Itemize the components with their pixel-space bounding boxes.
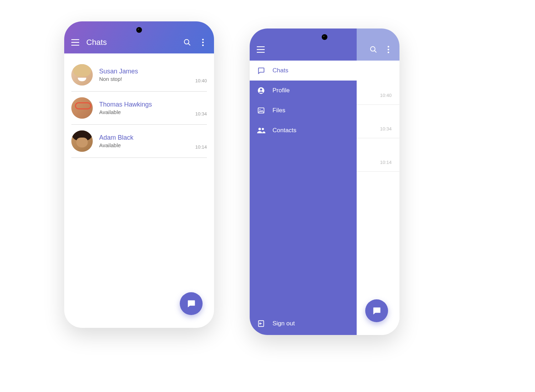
chat-text: Thomas Hawkings Available	[99, 101, 195, 115]
chat-name: Thomas Hawkings	[99, 101, 195, 108]
chat-time: 10:34	[195, 111, 207, 117]
chat-time: 10:14	[195, 144, 207, 150]
drawer-item-label: Chats	[272, 67, 288, 74]
chat-list-item[interactable]: Adam Black Available 10:14	[71, 125, 207, 158]
new-chat-fab[interactable]	[180, 292, 203, 315]
drawer-item-chats[interactable]: Chats	[250, 61, 357, 81]
page-title: Chats	[86, 38, 183, 47]
chat-status: Non stop!	[99, 76, 195, 82]
drawer-item-label: Contacts	[272, 127, 296, 134]
search-button[interactable]	[369, 45, 378, 54]
more-vert-icon	[387, 46, 389, 53]
chat-outline-icon	[257, 67, 265, 74]
more-button[interactable]	[198, 38, 208, 47]
svg-point-7	[388, 52, 389, 53]
app-header: Chats	[64, 21, 214, 53]
menu-icon	[257, 46, 265, 53]
camera-notch	[322, 34, 327, 40]
bg-time: 10:40	[357, 71, 399, 105]
signout-label: Sign out	[272, 320, 295, 327]
phone-screen-drawer: 10:40 10:34 10:14 Chats	[250, 29, 399, 335]
avatar	[71, 130, 93, 152]
signout-icon	[257, 320, 265, 327]
search-icon	[370, 46, 377, 53]
drawer-item-label: Files	[272, 107, 285, 114]
svg-point-6	[388, 49, 389, 51]
menu-icon	[71, 39, 79, 46]
search-icon	[183, 38, 191, 46]
drawer-item-label: Profile	[272, 87, 290, 94]
chat-icon	[372, 306, 382, 316]
menu-button[interactable]	[71, 38, 80, 47]
svg-point-5	[388, 46, 389, 48]
chat-status: Available	[99, 142, 195, 148]
avatar	[71, 97, 93, 119]
new-chat-fab[interactable]	[365, 299, 388, 322]
drawer-item-contacts[interactable]: Contacts	[250, 120, 357, 140]
chat-status: Available	[99, 109, 195, 115]
chat-time: 10:40	[195, 78, 207, 83]
svg-point-11	[259, 109, 260, 110]
search-button[interactable]	[183, 38, 192, 47]
chat-list-item[interactable]: Thomas Hawkings Available 10:34	[71, 92, 207, 125]
chat-text: Adam Black Available	[99, 134, 195, 148]
svg-point-0	[184, 40, 189, 44]
header-content-bg	[357, 29, 399, 61]
svg-point-12	[259, 128, 261, 130]
chat-name: Adam Black	[99, 134, 195, 141]
drawer-item-profile[interactable]: Profile	[250, 81, 357, 100]
phone-screen-chats: Chats Susan James Non stop! 10:40 Thomas…	[64, 21, 214, 328]
drawer-item-files[interactable]: Files	[250, 100, 357, 120]
nav-drawer: Chats Profile Files Contacts Sign out	[250, 61, 357, 335]
svg-point-9	[260, 88, 262, 91]
more-vert-icon	[202, 38, 204, 46]
svg-point-1	[202, 39, 204, 41]
background-chat-peek: 10:40 10:34 10:14	[357, 61, 399, 335]
account-circle-icon	[257, 87, 265, 94]
chat-icon	[186, 299, 196, 309]
app-header	[250, 29, 399, 61]
more-button[interactable]	[384, 45, 393, 54]
chat-list-item[interactable]: Susan James Non stop! 10:40	[71, 61, 207, 92]
svg-point-3	[202, 45, 204, 46]
bg-time: 10:34	[357, 105, 399, 138]
chat-name: Susan James	[99, 68, 195, 75]
header-drawer-bg	[250, 29, 357, 61]
avatar	[71, 64, 93, 86]
menu-button[interactable]	[256, 45, 265, 54]
svg-point-4	[371, 47, 375, 51]
people-icon	[257, 127, 265, 134]
camera-notch	[136, 27, 142, 33]
svg-point-13	[262, 128, 264, 130]
bg-time: 10:14	[357, 138, 399, 172]
chat-text: Susan James Non stop!	[99, 68, 195, 82]
svg-point-2	[202, 42, 204, 43]
drawer-signout[interactable]: Sign out	[250, 312, 357, 335]
chat-list: Susan James Non stop! 10:40 Thomas Hawki…	[64, 53, 214, 158]
image-icon	[257, 107, 265, 114]
